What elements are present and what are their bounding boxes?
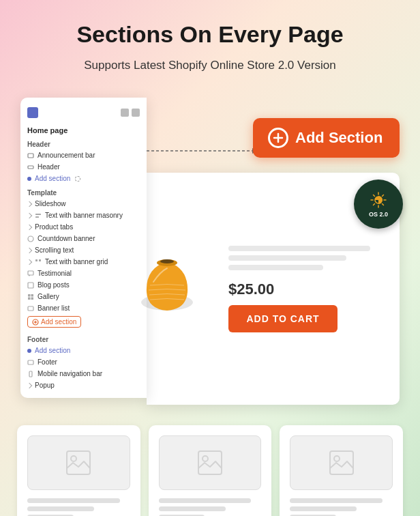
main-demo: Home page Header Announcement bar Header…: [20, 98, 400, 405]
add-section-circle-icon: [268, 128, 288, 148]
text-icon: [35, 212, 42, 219]
add-icon-template: [32, 319, 39, 326]
panel-item-slideshow: Slideshow: [20, 198, 147, 210]
homepod-image: [126, 248, 208, 330]
bottom-card-3: [280, 425, 403, 516]
add-icon-footer: [27, 349, 31, 353]
panel-page-title: Home page: [20, 124, 147, 138]
add-section-label: Add Section: [295, 129, 382, 147]
os2-badge: OS 2.0: [354, 180, 403, 229]
product-line-1: [228, 246, 370, 251]
chevron-icon-4: [27, 248, 32, 253]
line-1: [290, 498, 382, 503]
announcement-icon: [27, 152, 34, 159]
panel-item-popup: Popup: [20, 379, 147, 391]
dashed-arrow: [147, 144, 266, 158]
svg-rect-1: [28, 166, 33, 169]
panel-item-footer: Footer: [20, 356, 147, 368]
svg-rect-10: [28, 294, 31, 297]
line-2: [290, 506, 357, 511]
product-line-3: [228, 265, 323, 270]
homepod-svg: [126, 248, 208, 330]
panel-section-header-footer: Footer: [20, 333, 147, 345]
countdown-icon: [27, 235, 34, 242]
product-line-2: [228, 255, 346, 261]
svg-rect-18: [28, 360, 33, 364]
gallery-icon: [27, 293, 34, 300]
panel-add-section-template[interactable]: Add section: [27, 316, 81, 328]
grid-icon: [35, 259, 42, 266]
bottom-card-3-image: [290, 435, 393, 490]
panel-add-section-footer[interactable]: Add section: [20, 345, 147, 356]
testimonial-icon: [27, 270, 34, 277]
panel-item-text-banner: Text with banner masonry: [20, 210, 147, 221]
banner-icon: [27, 305, 34, 312]
add-section-button[interactable]: Add Section: [253, 118, 400, 158]
blog-icon: [27, 282, 34, 289]
panel-item-header: Header: [20, 161, 147, 173]
svg-rect-9: [28, 283, 33, 288]
panel-grid-icon: [132, 109, 140, 117]
mobile-icon: [27, 371, 34, 377]
line-1: [159, 498, 252, 503]
chevron-icon-3: [27, 225, 32, 230]
image-placeholder-icon-2: [196, 449, 224, 476]
os2-label: OS 2.0: [369, 211, 388, 218]
panel-item-mobile-nav: Mobile navigation bar: [20, 368, 147, 379]
hero-section: Sections On Every Page Supports Latest S…: [0, 0, 420, 84]
svg-point-33: [334, 456, 340, 461]
svg-point-31: [202, 456, 208, 461]
line-2: [27, 506, 94, 511]
header-icon: [27, 164, 34, 171]
svg-rect-11: [31, 294, 34, 297]
add-section-dot-header: [27, 177, 31, 181]
svg-rect-7: [28, 271, 33, 275]
sun-icon: [369, 190, 388, 210]
panel-icons-right: [121, 109, 140, 117]
product-price: $25.00: [228, 281, 386, 298]
hero-subtitle: Supports Latest Shopify Online Store 2.0…: [14, 57, 406, 74]
bottom-cards-section: [0, 408, 420, 516]
image-placeholder-icon-1: [65, 449, 92, 476]
panel-add-section-header[interactable]: Add section: [20, 173, 147, 184]
line-1: [27, 498, 120, 503]
svg-rect-3: [35, 216, 39, 218]
panel-settings-icon: [121, 109, 129, 117]
bottom-card-2-image: [159, 435, 262, 490]
svg-rect-32: [330, 451, 353, 474]
svg-rect-28: [67, 451, 90, 474]
svg-point-8: [29, 274, 30, 276]
svg-rect-30: [198, 451, 222, 474]
bottom-card-2-lines: [159, 498, 262, 516]
chevron-icon-2: [27, 213, 32, 218]
image-placeholder-icon-3: [328, 449, 355, 476]
panel-item-product-tabs: Product tabs: [20, 221, 147, 233]
plus-icon: [272, 132, 284, 144]
svg-rect-5: [35, 259, 38, 261]
bottom-card-1-lines: [27, 498, 130, 516]
footer-icon: [27, 359, 34, 366]
svg-point-4: [28, 236, 33, 242]
svg-rect-0: [28, 154, 33, 158]
product-content: $25.00 ADD TO CART: [228, 246, 386, 332]
dashed-indicator: [75, 176, 80, 182]
panel-icon: [27, 107, 38, 118]
bottom-card-3-lines: [290, 498, 393, 516]
svg-point-29: [71, 456, 76, 461]
arrow-svg: [147, 144, 266, 158]
bottom-card-1: [17, 425, 140, 516]
svg-rect-6: [39, 259, 41, 261]
chevron-icon: [27, 201, 32, 207]
svg-rect-2: [35, 214, 41, 215]
chevron-icon-popup: [27, 383, 32, 388]
add-to-cart-button[interactable]: ADD TO CART: [228, 305, 338, 332]
bottom-card-2: [149, 425, 272, 516]
bottom-card-1-image: [27, 435, 130, 490]
product-lines: [228, 246, 386, 270]
hero-title: Sections On Every Page: [14, 20, 406, 48]
svg-rect-14: [28, 306, 33, 311]
panel-item-announcement: Announcement bar: [20, 149, 147, 161]
panel-section-header-header: Header: [20, 138, 147, 149]
svg-point-27: [160, 259, 174, 263]
svg-rect-12: [28, 297, 31, 300]
